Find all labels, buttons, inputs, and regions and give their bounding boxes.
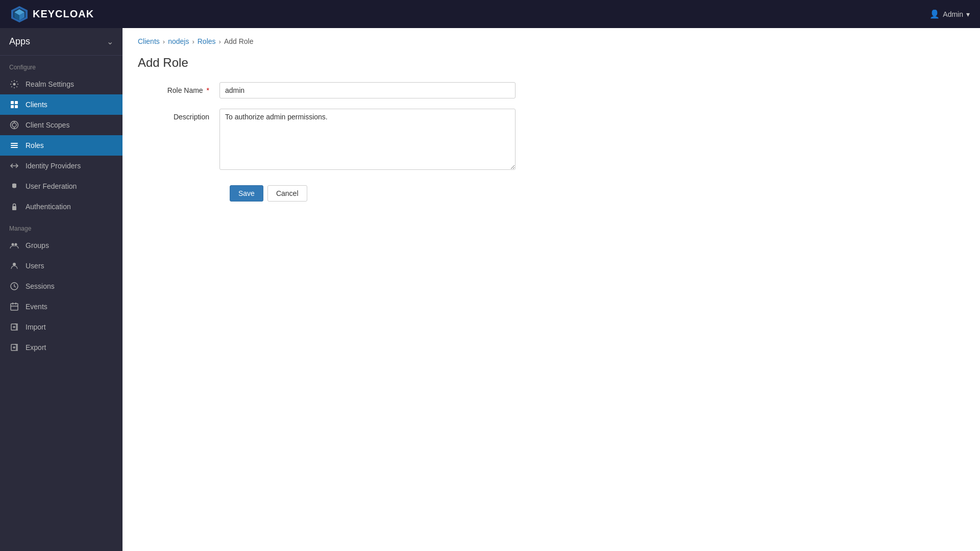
breadcrumb-sep-1: › [163, 38, 165, 45]
svg-rect-19 [12, 206, 16, 210]
role-name-input[interactable] [219, 82, 516, 98]
sidebar-item-identity-providers-label: Identity Providers [26, 162, 81, 170]
role-name-row: Role Name * [138, 82, 516, 98]
sidebar-item-users-label: Users [26, 262, 44, 270]
svg-rect-16 [11, 147, 18, 148]
sidebar-item-sessions[interactable]: Sessions [0, 276, 122, 296]
client-scopes-icon [9, 120, 19, 130]
sidebar-item-import[interactable]: Import [0, 317, 122, 337]
sidebar-item-authentication[interactable]: Authentication [0, 196, 122, 217]
description-textarea[interactable]: To authorize admin permissions. [219, 109, 516, 170]
brand-text: KEYCLOAK [33, 8, 94, 20]
sidebar-item-export[interactable]: Export [0, 337, 122, 358]
required-star: * [205, 86, 209, 94]
breadcrumb-sep-2: › [192, 38, 194, 45]
apps-section[interactable]: Apps ⌄ [0, 28, 122, 56]
content-area: Clients › nodejs › Roles › Add Role Add … [122, 28, 980, 551]
role-name-label: Role Name * [138, 82, 219, 94]
realm-settings-icon [9, 79, 19, 89]
svg-point-5 [13, 83, 16, 86]
admin-label: Admin [943, 10, 963, 18]
user-icon: 👤 [929, 9, 940, 19]
export-icon [9, 342, 19, 353]
svg-rect-9 [15, 105, 18, 108]
sidebar-item-client-scopes[interactable]: Client Scopes [0, 115, 122, 135]
sidebar-item-events[interactable]: Events [0, 296, 122, 317]
sidebar-item-authentication-label: Authentication [26, 203, 71, 211]
breadcrumb-add-role: Add Role [224, 37, 254, 45]
sidebar-item-export-label: Export [26, 343, 46, 352]
sidebar-item-events-label: Events [26, 303, 47, 311]
sidebar-item-roles-label: Roles [26, 141, 44, 149]
add-role-form: Role Name * Description To authorize adm… [122, 82, 531, 202]
import-icon [9, 322, 19, 332]
sidebar-item-import-label: Import [26, 323, 46, 331]
keycloak-logo-icon [10, 5, 29, 23]
sidebar-item-identity-providers[interactable]: Identity Providers [0, 156, 122, 176]
roles-icon [9, 140, 19, 151]
form-actions: Save Cancel [138, 180, 516, 202]
main-layout: Apps ⌄ Configure Realm Settings Clients … [0, 28, 980, 551]
cancel-button[interactable]: Cancel [267, 185, 307, 202]
manage-section-label: Manage [0, 217, 122, 235]
svg-rect-8 [11, 105, 14, 108]
events-icon [9, 302, 19, 312]
configure-section-label: Configure [0, 56, 122, 74]
sessions-icon [9, 281, 19, 291]
breadcrumb-roles[interactable]: Roles [198, 37, 216, 45]
svg-rect-24 [11, 304, 18, 310]
sidebar-item-clients-label: Clients [26, 101, 47, 109]
admin-menu[interactable]: 👤 Admin ▾ [929, 9, 970, 19]
sidebar-item-groups[interactable]: Groups [0, 235, 122, 256]
description-row: Description To authorize admin permissio… [138, 109, 516, 170]
svg-point-10 [12, 123, 16, 127]
save-button[interactable]: Save [230, 185, 263, 202]
groups-icon [9, 240, 19, 251]
sidebar-item-groups-label: Groups [26, 241, 49, 249]
sidebar-item-user-federation-label: User Federation [26, 182, 77, 190]
clients-icon [9, 99, 19, 110]
users-icon [9, 261, 19, 271]
navbar: KEYCLOAK 👤 Admin ▾ [0, 0, 980, 28]
sidebar-item-roles[interactable]: Roles [0, 135, 122, 156]
sidebar-item-sessions-label: Sessions [26, 282, 55, 290]
admin-chevron-icon: ▾ [966, 10, 970, 18]
sidebar-item-realm-settings[interactable]: Realm Settings [0, 74, 122, 94]
apps-chevron-icon: ⌄ [107, 37, 113, 46]
svg-point-20 [12, 243, 14, 246]
breadcrumb-sep-3: › [219, 38, 221, 45]
user-federation-icon [9, 181, 19, 191]
breadcrumb-clients[interactable]: Clients [138, 37, 160, 45]
sidebar-item-users[interactable]: Users [0, 256, 122, 276]
authentication-icon [9, 202, 19, 212]
page-title: Add Role [122, 51, 980, 82]
svg-rect-7 [15, 101, 18, 104]
breadcrumb-nodejs[interactable]: nodejs [168, 37, 189, 45]
sidebar-item-clients[interactable]: Clients [0, 94, 122, 115]
sidebar: Apps ⌄ Configure Realm Settings Clients … [0, 28, 122, 551]
brand: KEYCLOAK [10, 5, 94, 23]
svg-rect-15 [11, 145, 18, 146]
sidebar-item-realm-settings-label: Realm Settings [26, 80, 74, 88]
identity-providers-icon [9, 161, 19, 171]
svg-point-21 [15, 243, 17, 246]
apps-label: Apps [9, 36, 30, 47]
svg-rect-14 [11, 143, 18, 144]
description-label: Description [138, 109, 219, 121]
breadcrumb: Clients › nodejs › Roles › Add Role [122, 28, 980, 51]
svg-rect-6 [11, 101, 14, 104]
sidebar-item-user-federation[interactable]: User Federation [0, 176, 122, 196]
svg-point-22 [13, 263, 16, 266]
sidebar-item-client-scopes-label: Client Scopes [26, 121, 69, 129]
